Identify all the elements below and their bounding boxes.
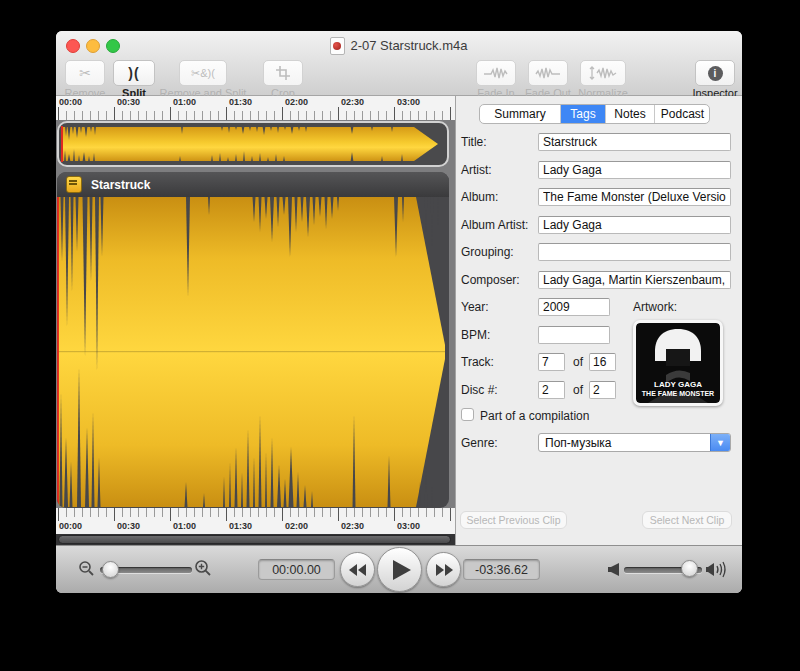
tab-tags[interactable]: Tags bbox=[561, 105, 606, 123]
document-icon bbox=[330, 37, 345, 55]
year-field[interactable] bbox=[538, 298, 610, 316]
track-number-field[interactable] bbox=[538, 353, 565, 371]
svg-text:THE FAME MONSTER: THE FAME MONSTER bbox=[642, 390, 714, 397]
compilation-checkbox[interactable] bbox=[461, 408, 474, 421]
timeline-ruler-bottom[interactable]: 00:00 00:30 01:00 01:30 02:00 02:30 03:0… bbox=[56, 508, 455, 534]
svg-text:LADY GAGA: LADY GAGA bbox=[654, 380, 702, 389]
crop-icon bbox=[275, 65, 291, 81]
fast-forward-icon bbox=[435, 564, 453, 576]
timeline-ruler-top[interactable]: 00:00 00:30 01:00 01:30 02:00 02:30 03:0… bbox=[56, 96, 455, 120]
track-of-label: of bbox=[573, 355, 583, 369]
split-icon: )( bbox=[128, 65, 139, 81]
grouping-field[interactable] bbox=[538, 243, 731, 261]
normalize-button: Normalize bbox=[553, 60, 653, 99]
remaining-time-display: -03:36.62 bbox=[463, 559, 540, 580]
disc-number-field[interactable] bbox=[538, 381, 565, 399]
title-field[interactable] bbox=[538, 133, 731, 151]
inspector-tabs: Summary Tags Notes Podcast bbox=[479, 104, 710, 124]
disc-of-label: of bbox=[573, 383, 583, 397]
artist-field[interactable] bbox=[538, 161, 731, 179]
waveform-pane: 00:00 00:30 01:00 01:30 02:00 02:30 03:0… bbox=[56, 96, 455, 545]
title-label: Title: bbox=[461, 135, 487, 149]
overview-playhead[interactable] bbox=[61, 126, 63, 162]
crop-button: Crop bbox=[233, 60, 333, 99]
genre-value: Поп-музыка bbox=[545, 436, 612, 450]
main-waveform-graphic[interactable] bbox=[58, 197, 448, 507]
select-next-clip-button[interactable]: Select Next Clip bbox=[642, 511, 732, 529]
album-artist-label: Album Artist: bbox=[461, 218, 528, 232]
volume-min-icon[interactable] bbox=[608, 563, 620, 576]
genre-dropdown[interactable]: Поп-музыка ▼ bbox=[538, 433, 731, 452]
fast-forward-button[interactable] bbox=[426, 552, 461, 587]
aac-file-icon bbox=[66, 176, 82, 193]
zoom-slider-knob[interactable] bbox=[102, 561, 119, 578]
normalize-icon bbox=[588, 65, 618, 81]
composer-field[interactable] bbox=[538, 271, 731, 289]
overview-waveform-graphic bbox=[62, 126, 444, 162]
major-ticks bbox=[56, 107, 455, 120]
play-icon bbox=[393, 560, 411, 580]
chevron-down-icon: ▼ bbox=[710, 434, 730, 451]
clip-name: Starstruck bbox=[91, 178, 150, 192]
transport-bar: 00:00.00 -03:36.62 bbox=[56, 545, 742, 593]
composer-label: Composer: bbox=[461, 273, 520, 287]
window-title: 2-07 Starstruck.m4a bbox=[350, 38, 467, 53]
screen: 2-07 Starstruck.m4a ✂ Remove )( Split ✂&… bbox=[0, 0, 800, 671]
album-field[interactable] bbox=[538, 188, 731, 206]
major-ticks bbox=[56, 508, 455, 521]
artist-label: Artist: bbox=[461, 163, 492, 177]
app-window: 2-07 Starstruck.m4a ✂ Remove )( Split ✂&… bbox=[56, 31, 742, 593]
tab-podcast[interactable]: Podcast bbox=[655, 105, 710, 123]
disc-total-field[interactable] bbox=[589, 381, 616, 399]
info-icon: i bbox=[708, 66, 723, 81]
overview-waveform[interactable] bbox=[57, 121, 449, 167]
select-previous-clip-button[interactable]: Select Previous Clip bbox=[460, 511, 567, 529]
volume-max-icon[interactable] bbox=[706, 560, 729, 579]
disc-label: Disc #: bbox=[461, 383, 498, 397]
album-art: LADY GAGA THE FAME MONSTER bbox=[636, 323, 720, 403]
album-label: Album: bbox=[461, 190, 498, 204]
tab-summary[interactable]: Summary bbox=[480, 105, 561, 123]
compilation-label: Part of a compilation bbox=[480, 409, 589, 423]
horizontal-scrollbar[interactable] bbox=[56, 534, 455, 545]
inspector-button[interactable]: i Inspector bbox=[665, 60, 742, 99]
rewind-button[interactable] bbox=[340, 552, 375, 587]
clip-header[interactable]: Starstruck bbox=[57, 172, 449, 197]
scissors-split-icon: ✂&)( bbox=[191, 67, 215, 80]
track-total-field[interactable] bbox=[589, 353, 616, 371]
artwork-well[interactable]: LADY GAGA THE FAME MONSTER bbox=[633, 320, 723, 406]
inspector-panel: Summary Tags Notes Podcast Title: Artist… bbox=[455, 96, 742, 545]
elapsed-time-display: 00:00.00 bbox=[258, 559, 335, 580]
zoom-in-icon[interactable] bbox=[194, 559, 212, 577]
zoom-out-icon[interactable] bbox=[78, 560, 95, 577]
volume-slider-knob[interactable] bbox=[681, 560, 698, 577]
window-chrome: 2-07 Starstruck.m4a ✂ Remove )( Split ✂&… bbox=[56, 31, 742, 96]
audio-clip[interactable]: Starstruck bbox=[57, 172, 449, 508]
track-label: Track: bbox=[461, 355, 494, 369]
grouping-label: Grouping: bbox=[461, 245, 514, 259]
year-label: Year: bbox=[461, 300, 489, 314]
album-artist-field[interactable] bbox=[538, 216, 731, 234]
bpm-label: BPM: bbox=[461, 328, 490, 342]
play-button[interactable] bbox=[377, 547, 422, 592]
rewind-icon bbox=[349, 564, 367, 576]
artwork-label: Artwork: bbox=[633, 300, 677, 314]
scrollbar-thumb[interactable] bbox=[58, 535, 451, 544]
playhead[interactable] bbox=[57, 197, 59, 506]
tab-notes[interactable]: Notes bbox=[606, 105, 655, 123]
titlebar: 2-07 Starstruck.m4a bbox=[56, 37, 742, 54]
bpm-field[interactable] bbox=[538, 326, 610, 344]
genre-label: Genre: bbox=[461, 436, 498, 450]
